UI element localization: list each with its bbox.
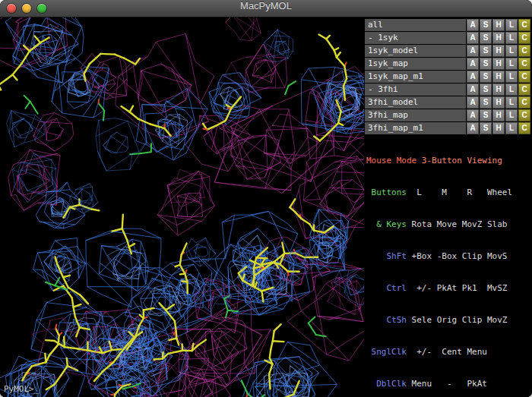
color-button[interactable]: C: [518, 32, 530, 44]
action-button[interactable]: A: [467, 71, 479, 83]
molecule-viewport[interactable]: [0, 17, 364, 397]
label-button[interactable]: L: [505, 109, 518, 121]
internal-gui-panel: all A S H L C - 1syk A S H L C 1syk_mode…: [364, 17, 532, 397]
show-button[interactable]: S: [480, 96, 492, 109]
mouse-matrix-keys: & Keys Rota Move MovZ Slab: [366, 219, 530, 230]
object-row-1syk-map[interactable]: 1syk_map A S H L C: [365, 58, 530, 70]
object-row-3fhi-group[interactable]: - 3fhi A S H L C: [365, 83, 530, 96]
mouse-matrix-singleclick: SnglClk +/- Cent Menu: [366, 347, 530, 358]
object-name[interactable]: 1syk_map_m1: [365, 71, 466, 83]
action-button[interactable]: A: [467, 83, 479, 96]
mouse-mode-panel: Mouse Mode 3-Button Viewing Buttons L M …: [365, 134, 530, 397]
color-button[interactable]: C: [518, 71, 530, 83]
mouse-mode-heading: Mouse Mode 3-Button Viewing: [366, 156, 530, 166]
show-button[interactable]: S: [480, 32, 492, 44]
label-button[interactable]: L: [505, 83, 518, 96]
color-button[interactable]: C: [518, 122, 530, 134]
object-name[interactable]: 3fhi_model: [365, 96, 466, 109]
object-row-3fhi-model[interactable]: 3fhi_model A S H L C: [365, 96, 530, 109]
action-button[interactable]: A: [467, 19, 479, 31]
label-button[interactable]: L: [505, 58, 518, 70]
object-name[interactable]: - 3fhi: [365, 83, 466, 96]
titlebar[interactable]: MacPyMOL: [0, 0, 532, 17]
show-button[interactable]: S: [480, 109, 492, 121]
action-button[interactable]: A: [467, 96, 479, 109]
show-button[interactable]: S: [480, 19, 492, 31]
object-name[interactable]: - 1syk: [365, 32, 466, 44]
show-button[interactable]: S: [480, 83, 492, 96]
hide-button[interactable]: H: [492, 58, 505, 70]
object-row-3fhi-map-m1[interactable]: 3fhi_map_m1 A S H L C: [365, 122, 530, 134]
color-button[interactable]: C: [518, 96, 530, 109]
label-button[interactable]: L: [505, 96, 518, 109]
hide-button[interactable]: H: [492, 83, 505, 96]
show-button[interactable]: S: [480, 71, 492, 83]
mouse-matrix-shift: ShFt +Box -Box Clip MovS: [366, 251, 530, 262]
window-title: MacPyMOL: [0, 0, 532, 17]
object-row-3fhi-map[interactable]: 3fhi_map A S H L C: [365, 109, 530, 121]
object-row-1syk-map-m1[interactable]: 1syk_map_m1 A S H L C: [365, 71, 530, 83]
color-button[interactable]: C: [518, 109, 530, 121]
content-area: PyMOL>_ all A S H L C - 1syk A S H L: [0, 17, 532, 397]
app-window: MacPyMOL PyMOL>_ all A S H L C - 1syk A …: [0, 0, 532, 397]
action-button[interactable]: A: [467, 45, 479, 57]
hide-button[interactable]: H: [492, 71, 505, 83]
show-button[interactable]: S: [480, 58, 492, 70]
object-row-1syk-model[interactable]: 1syk_model A S H L C: [365, 45, 530, 57]
color-button[interactable]: C: [518, 19, 530, 31]
object-row-1syk-group[interactable]: - 1syk A S H L C: [365, 32, 530, 44]
action-button[interactable]: A: [467, 122, 479, 134]
command-prompt[interactable]: PyMOL>_: [4, 384, 39, 394]
show-button[interactable]: S: [480, 122, 492, 134]
hide-button[interactable]: H: [492, 45, 505, 57]
action-button[interactable]: A: [467, 32, 479, 44]
action-button[interactable]: A: [467, 58, 479, 70]
color-button[interactable]: C: [518, 58, 530, 70]
label-button[interactable]: L: [505, 45, 518, 57]
label-button[interactable]: L: [505, 71, 518, 83]
label-button[interactable]: L: [505, 32, 518, 44]
mouse-matrix-ctsh: CtSh Sele Orig Clip MovZ: [366, 315, 530, 326]
object-name[interactable]: all: [365, 19, 466, 31]
show-button[interactable]: S: [480, 45, 492, 57]
label-button[interactable]: L: [505, 19, 518, 31]
hide-button[interactable]: H: [492, 32, 505, 44]
hide-button[interactable]: H: [492, 96, 505, 109]
mouse-matrix-doubleclick: DblClk Menu - PkAt: [366, 379, 530, 389]
hide-button[interactable]: H: [492, 109, 505, 121]
object-row-all[interactable]: all A S H L C: [365, 19, 530, 31]
mouse-matrix-header: Buttons L M R Wheel: [366, 187, 530, 198]
object-name[interactable]: 3fhi_map: [365, 109, 466, 121]
color-button[interactable]: C: [518, 83, 530, 96]
mouse-matrix-ctrl: Ctrl +/- PkAt Pk1 MvSZ: [366, 283, 530, 294]
object-name[interactable]: 3fhi_map_m1: [365, 122, 466, 134]
action-button[interactable]: A: [467, 109, 479, 121]
hide-button[interactable]: H: [492, 122, 505, 134]
object-name[interactable]: 1syk_model: [365, 45, 466, 57]
object-name[interactable]: 1syk_map: [365, 58, 466, 70]
hide-button[interactable]: H: [492, 19, 505, 31]
object-panel: all A S H L C - 1syk A S H L C 1syk_mode…: [365, 19, 530, 134]
label-button[interactable]: L: [505, 122, 518, 134]
color-button[interactable]: C: [518, 45, 530, 57]
